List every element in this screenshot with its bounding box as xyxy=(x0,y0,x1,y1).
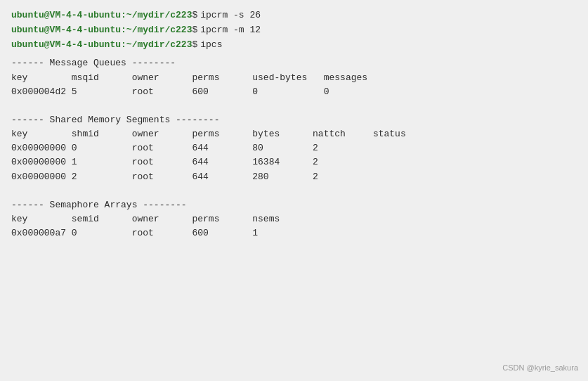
prompt-path: :~/mydir/c223 xyxy=(121,8,192,22)
prompt-user: ubuntu@VM-4-4-ubuntu xyxy=(11,23,121,37)
prompt-cmd: ipcrm -m 12 xyxy=(200,23,261,37)
prompt-path: :~/mydir/c223 xyxy=(121,23,192,37)
prompt-cmd: ipcs xyxy=(200,38,222,52)
terminal-window: ubuntu@VM-4-4-ubuntu:~/mydir/c223$ ipcrm… xyxy=(0,0,588,381)
prompt-user: ubuntu@VM-4-4-ubuntu xyxy=(11,38,121,52)
prompt-cmd: ipcrm -s 26 xyxy=(200,8,261,22)
prompt-user: ubuntu@VM-4-4-ubuntu xyxy=(11,8,121,22)
ipcs-output: ------ Message Queues -------- key msqid… xyxy=(11,56,577,240)
prompt-dollar: $ xyxy=(192,23,197,37)
prompt-path: :~/mydir/c223 xyxy=(121,38,192,52)
command-line-3: ubuntu@VM-4-4-ubuntu:~/mydir/c223$ ipcs xyxy=(11,38,577,52)
prompt-dollar: $ xyxy=(192,8,197,22)
command-line-2: ubuntu@VM-4-4-ubuntu:~/mydir/c223$ ipcrm… xyxy=(11,23,577,37)
output-pre: ------ Message Queues -------- key msqid… xyxy=(11,56,577,240)
prompt-dollar: $ xyxy=(192,38,197,52)
command-line-1: ubuntu@VM-4-4-ubuntu:~/mydir/c223$ ipcrm… xyxy=(11,8,577,22)
watermark: CSDN @kyrie_sakura xyxy=(502,362,578,374)
